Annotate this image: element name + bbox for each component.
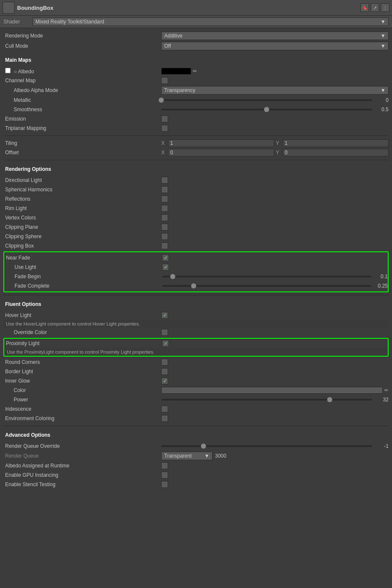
proximity-light-row: Proximity Light [4, 339, 388, 348]
metallic-slider-track[interactable] [161, 99, 372, 101]
albedo-checkbox[interactable] [5, 68, 11, 73]
fade-begin-slider-track[interactable] [162, 276, 371, 277]
gpu-instancing-row: Enable GPU Instancing [3, 470, 389, 480]
power-value: 32 [374, 397, 389, 403]
albedo-color-swatch[interactable] [161, 68, 191, 75]
emission-label: Emission [3, 116, 161, 122]
albedo-alpha-mode-dropdown[interactable]: Transparency ▼ [161, 86, 389, 95]
rendering-mode-control: Additive ▼ [161, 32, 389, 40]
fade-begin-row: Fade Begin 0.1 [4, 272, 388, 281]
round-corners-checkbox[interactable] [161, 359, 168, 366]
use-light-row: Use Light [4, 262, 388, 272]
inner-glow-pencil-icon[interactable]: ✏ [384, 387, 389, 393]
channel-map-checkbox[interactable] [161, 77, 168, 84]
environment-coloring-checkbox[interactable] [161, 415, 168, 422]
use-light-checkbox[interactable] [162, 264, 169, 271]
hover-light-checkbox[interactable] [161, 312, 168, 319]
clipping-plane-checkbox[interactable] [161, 224, 168, 231]
hover-light-label: Hover Light [3, 312, 161, 318]
proximity-light-info: Use the ProximityLight component to cont… [4, 348, 388, 356]
triplanar-checkbox[interactable] [161, 125, 168, 132]
offset-label: Offset [3, 150, 161, 156]
directional-light-checkbox[interactable] [161, 177, 168, 184]
near-fade-control [162, 254, 388, 261]
fluent-options-title: Fluent Options [3, 301, 161, 307]
reflections-control [161, 196, 389, 202]
fade-complete-slider-track[interactable] [162, 285, 371, 287]
clipping-box-control [161, 242, 389, 249]
iridescence-checkbox[interactable] [161, 406, 168, 412]
rim-light-checkbox[interactable] [161, 205, 168, 212]
metallic-value: 0 [374, 97, 389, 103]
fade-complete-slider-thumb[interactable] [191, 283, 196, 288]
clipping-box-checkbox[interactable] [161, 242, 168, 249]
stencil-testing-control [161, 481, 389, 488]
advanced-options-title: Advanced Options [3, 432, 161, 438]
clipping-sphere-checkbox[interactable] [161, 233, 168, 240]
proximity-light-checkbox[interactable] [162, 340, 169, 347]
shader-row: Shader Mixed Reality Toolkit/Standard ▼ [0, 16, 392, 28]
override-color-checkbox[interactable] [161, 329, 168, 336]
power-slider-track[interactable] [161, 399, 372, 401]
inner-glow-color-swatch[interactable] [161, 387, 383, 394]
bookmark-icon[interactable]: 🔖 [360, 3, 369, 12]
clipping-plane-control [161, 224, 389, 231]
stencil-testing-checkbox[interactable] [161, 481, 168, 488]
albedo-pencil-icon[interactable]: ✏ [193, 68, 197, 74]
expand-icon[interactable]: ↗ [371, 3, 379, 12]
rim-light-row: Rim Light [3, 204, 389, 213]
rq-override-slider-track[interactable] [161, 445, 372, 447]
near-fade-highlight: Near Fade Use Light Fade Begin [3, 251, 389, 292]
albedo-assigned-checkbox[interactable] [161, 462, 168, 469]
offset-x-input[interactable] [168, 149, 274, 156]
render-queue-dropdown[interactable]: Transparent ▼ [161, 452, 212, 460]
render-queue-override-label: Render Queue Override [3, 443, 161, 449]
directional-light-row: Directional Light [3, 176, 389, 185]
metallic-slider-thumb[interactable] [159, 98, 164, 103]
tiling-y-label: Y [276, 140, 281, 146]
round-corners-control [161, 359, 389, 366]
render-queue-override-row: Render Queue Override -1 [3, 441, 389, 451]
channel-map-label: Channel Map [3, 78, 161, 84]
fluent-options-section: Fluent Options [3, 300, 389, 309]
tiling-x-input[interactable] [168, 139, 274, 147]
spherical-harmonics-checkbox[interactable] [161, 186, 168, 193]
near-fade-checkbox[interactable] [162, 254, 169, 261]
offset-y-input[interactable] [283, 149, 389, 156]
metallic-control: 0 [161, 97, 389, 103]
clipping-sphere-row: Clipping Sphere [3, 232, 389, 241]
gpu-instancing-checkbox[interactable] [161, 472, 168, 478]
tiling-y-input[interactable] [283, 139, 389, 147]
shader-dropdown[interactable]: Mixed Reality Toolkit/Standard ▼ [32, 17, 389, 26]
metallic-label: Metallic [3, 97, 161, 103]
fade-complete-control: 0.25 [162, 283, 388, 289]
iridescence-label: Iridescence [3, 406, 161, 412]
proximity-light-label: Proximity Light [4, 340, 162, 346]
smoothness-slider-track[interactable] [161, 109, 372, 110]
inner-glow-checkbox[interactable] [161, 378, 168, 384]
rendering-mode-dropdown[interactable]: Additive ▼ [161, 32, 389, 40]
albedo-assigned-control [161, 462, 389, 469]
near-fade-row: Near Fade [4, 253, 388, 262]
menu-icon[interactable]: ⋮ [381, 3, 389, 12]
emission-control [161, 115, 389, 122]
vertex-colors-checkbox[interactable] [161, 214, 168, 221]
fade-begin-slider-thumb[interactable] [170, 274, 175, 279]
clipping-plane-label: Clipping Plane [3, 224, 161, 230]
cull-mode-dropdown[interactable]: Off ▼ [161, 42, 389, 50]
power-slider-thumb[interactable] [327, 397, 332, 402]
smoothness-control: 0.5 [161, 107, 389, 112]
clipping-sphere-control [161, 233, 389, 240]
smoothness-slider-thumb[interactable] [264, 107, 269, 112]
border-light-checkbox[interactable] [161, 368, 168, 375]
directional-light-label: Directional Light [3, 177, 161, 183]
inner-glow-color-label: Color [3, 387, 161, 393]
emission-checkbox[interactable] [161, 115, 168, 122]
tiling-control: X Y [161, 139, 389, 147]
inner-glow-color-control: ✏ [161, 387, 389, 394]
proximity-light-control [162, 340, 388, 347]
albedo-alpha-mode-control: Transparency ▼ [161, 86, 389, 95]
rq-override-slider-thumb[interactable] [201, 444, 206, 449]
reflections-checkbox[interactable] [161, 196, 168, 202]
rendering-options-section: Rendering Options [3, 164, 389, 174]
